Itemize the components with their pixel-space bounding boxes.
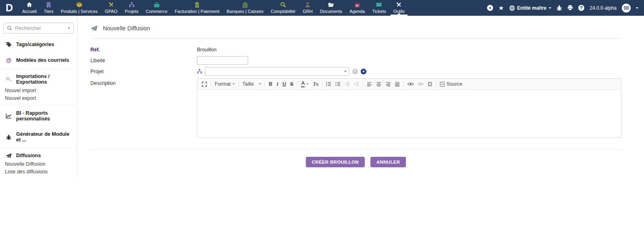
menu-item-label: Banques | Caisses — [227, 9, 264, 14]
sidebar-item-diffusions[interactable]: Diffusions — [0, 151, 77, 160]
menu-item-produits-services[interactable]: Produits | Services — [57, 0, 102, 16]
indent-icon[interactable] — [352, 81, 361, 87]
main-content: Nouvelle Diffusion Réf. Brouillon Libell… — [77, 16, 644, 236]
libelle-input[interactable] — [197, 56, 248, 65]
menu-item-label: Agenda — [349, 9, 365, 14]
sidebar: Tags/catégories @ Modèles des courriels … — [0, 16, 77, 178]
entity-label: Entité maître — [517, 5, 547, 11]
user-icon — [305, 1, 310, 8]
menu-item-facturation-paiement[interactable]: Facturation | Paiement — [171, 0, 223, 16]
plus-circle-icon[interactable]: + — [487, 5, 493, 11]
text-color-button[interactable]: A — [299, 80, 311, 88]
actions-divider — [90, 149, 621, 149]
menu-item-label: Outils — [393, 9, 405, 14]
projet-select[interactable] — [205, 67, 349, 76]
sidebar-item-importations-exportations[interactable]: Importations / Exportations — [0, 72, 77, 86]
remove-format-button[interactable]: Tx — [311, 80, 320, 88]
printer-icon[interactable] — [567, 5, 573, 11]
underline-button[interactable]: U — [280, 80, 288, 88]
main-menu: Accueil Tiers Produits | Services GPAO P… — [19, 0, 408, 16]
app-logo[interactable]: D — [0, 0, 19, 16]
menu-item-label: Comptabilité — [271, 9, 295, 14]
menu-item-banques-caisses[interactable]: Banques | Caisses — [223, 0, 268, 16]
sidebar-section-tags: Tags/catégories — [0, 37, 77, 52]
form-row-projet: Projet i + — [90, 66, 621, 77]
sidebar-section-diffusions: Diffusions Nouvelle Diffusion Liste des … — [0, 148, 77, 179]
help-icon[interactable]: ? — [578, 5, 584, 11]
ordered-list-icon[interactable] — [324, 81, 333, 87]
bullet-list-icon[interactable] — [333, 81, 343, 87]
unlink-icon[interactable] — [416, 81, 426, 87]
sidebar-item-nouvel-import[interactable]: Nouvel import — [0, 86, 77, 94]
search-icon — [7, 25, 12, 31]
cube-icon — [76, 1, 82, 8]
italic-button[interactable]: I — [274, 80, 280, 88]
form-actions: CRÉER BROUILLON ANNULER — [90, 157, 621, 167]
menu-item-commerce[interactable]: Commerce — [142, 0, 171, 16]
paper-plane-icon — [90, 25, 98, 32]
bold-button[interactable]: B — [267, 80, 274, 88]
sidebar-item-label: Importations / Exportations — [16, 74, 74, 85]
menu-item-grh[interactable]: GRH — [299, 0, 316, 16]
sidebar-item-bi-rapports[interactable]: BI - Rapports personnalisés — [0, 109, 77, 123]
menu-item-projets[interactable]: Projets — [121, 0, 142, 16]
outdent-icon[interactable] — [343, 81, 352, 87]
menu-item-gpao[interactable]: GPAO — [101, 0, 121, 16]
menu-item-tickets[interactable]: Tickets — [368, 0, 389, 16]
size-dropdown[interactable]: Taille — [240, 80, 263, 88]
menu-item-label: GPAO — [105, 9, 117, 14]
align-right-icon[interactable] — [383, 81, 393, 87]
toolbar-separator — [404, 81, 404, 87]
info-icon[interactable]: i — [352, 69, 358, 74]
chevron-down-icon — [259, 83, 261, 85]
menu-item-agenda[interactable]: Agenda — [346, 0, 368, 16]
format-dropdown[interactable]: Format — [213, 80, 237, 88]
create-draft-button[interactable]: CRÉER BROUILLON — [306, 157, 365, 167]
sidebar-item-liste-des-diffusions[interactable]: Liste des diffusions — [0, 168, 77, 175]
chevron-down-icon — [344, 71, 347, 72]
align-left-icon[interactable] — [365, 81, 374, 87]
chevron-down-icon — [549, 7, 551, 9]
projet-label: Projet — [90, 69, 197, 74]
sidebar-item-nouvelle-diffusion[interactable]: Nouvelle Diffusion — [0, 160, 77, 168]
briefcase-icon — [154, 1, 160, 8]
search-dropdown-caret-icon[interactable] — [68, 27, 70, 29]
magnifier-icon — [280, 1, 286, 8]
sidebar-section-import-export: Importations / Exportations Nouvel impor… — [0, 68, 77, 105]
bug-icon[interactable] — [556, 5, 562, 11]
format-label: Format — [215, 81, 231, 87]
justify-icon[interactable] — [393, 81, 402, 87]
source-button[interactable]: Source — [438, 80, 464, 88]
add-project-button[interactable]: + — [361, 69, 366, 74]
chevron-down-icon[interactable] — [636, 7, 638, 9]
menu-item-outils[interactable]: Outils — [390, 0, 408, 16]
sidebar-item-nouvel-export[interactable]: Nouvel export — [0, 94, 77, 102]
align-center-icon[interactable] — [374, 81, 383, 87]
cancel-button[interactable]: ANNULER — [370, 157, 406, 167]
menu-item-label: Tiers — [44, 9, 53, 14]
sidebar-item-tags-categories[interactable]: Tags/catégories — [0, 40, 77, 49]
editor-content-area[interactable] — [197, 90, 621, 137]
menu-item-tiers[interactable]: Tiers — [40, 0, 57, 16]
globe-icon — [509, 5, 515, 11]
avatar[interactable] — [622, 4, 631, 13]
sidebar-item-generateur-module[interactable]: Générateur de Module et ... — [0, 130, 77, 144]
factory-tools-icon — [108, 1, 114, 8]
special-char-button[interactable]: Ω — [426, 80, 434, 88]
sidebar-item-label: BI - Rapports personnalisés — [16, 110, 74, 122]
strikethrough-button[interactable]: S — [288, 80, 295, 88]
menu-item-accueil[interactable]: Accueil — [19, 0, 40, 16]
sidebar-search[interactable] — [3, 23, 74, 34]
entity-selector[interactable]: Entité maître — [509, 5, 552, 11]
search-input[interactable] — [15, 25, 65, 31]
link-icon[interactable] — [406, 81, 416, 87]
menu-item-documents[interactable]: Documents — [316, 0, 346, 16]
bank-icon — [242, 1, 248, 8]
menu-item-comptabilite[interactable]: Comptabilité — [267, 0, 299, 16]
version-label: 24.0.0-alpha — [590, 5, 617, 11]
star-icon[interactable]: ★ — [498, 4, 504, 12]
maximize-icon[interactable] — [200, 81, 209, 88]
title-divider — [90, 38, 621, 39]
chart-icon — [5, 113, 12, 119]
sidebar-item-modeles-courriels[interactable]: @ Modèles des courriels — [0, 55, 77, 65]
